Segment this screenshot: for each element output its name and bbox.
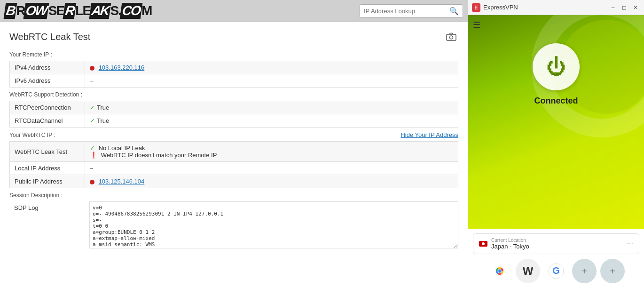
check-icon: ✓	[90, 117, 95, 124]
rtc-data-value: ✓True	[85, 114, 458, 128]
location-more-button[interactable]: ···	[627, 240, 633, 248]
vpn-titlebar: E ExpressVPN – ◻ ✕	[468, 0, 644, 15]
webrtc-support-table: RTCPeerConnection ✓True RTCDataChannel ✓…	[9, 101, 458, 128]
location-card[interactable]: Current Location Japan - Tokyo ···	[473, 233, 639, 254]
table-row: IPv4 Address 103.163.220.116	[10, 61, 458, 74]
svg-point-9	[498, 270, 501, 272]
search-bar[interactable]: 🔍	[360, 4, 463, 18]
vpn-bottom: Current Location Japan - Tokyo ···	[468, 229, 644, 288]
browser-toolbar: BRowseRLeaks.com 🔍	[0, 0, 468, 22]
ipv4-link[interactable]: 103.163.220.116	[99, 64, 145, 71]
red-dot-icon	[90, 180, 94, 184]
ipv6-value: –	[85, 74, 458, 88]
session-desc-label: Session Description :	[9, 192, 458, 199]
japan-flag-icon	[479, 241, 487, 247]
public-ip-label: Public IP Address	[10, 175, 85, 188]
check-icon: ✓	[90, 104, 95, 111]
public-ip-link[interactable]: 103.125.146.104	[99, 178, 145, 185]
vpn-panel: E ExpressVPN – ◻ ✕ ☰ ⏻ Connected Current…	[468, 0, 644, 288]
table-row: IPv6 Address –	[10, 74, 458, 88]
webrtc-leak-table: WebRTC Leak Test ✓ No Local IP Leak ❗ We…	[9, 141, 458, 188]
page-title-row: WebRTC Leak Test	[9, 30, 458, 44]
svg-text:G: G	[552, 265, 560, 276]
remote-ip-table: IPv4 Address 103.163.220.116 IPv6 Addres…	[9, 61, 458, 88]
sdp-log-label: SDP Log	[9, 201, 85, 214]
page-title: WebRTC Leak Test	[9, 32, 90, 42]
svg-rect-0	[447, 34, 456, 40]
rtc-data-label: RTCDataChannel	[10, 114, 85, 128]
hide-ip-link[interactable]: Hide Your IP Address	[401, 131, 458, 138]
webrtc-ip-label: Your WebRTC IP :	[9, 132, 55, 138]
browser-logo: BRowseRLeaks.com	[5, 3, 151, 19]
webrtc-support-label: WebRTC Support Detection :	[9, 91, 458, 98]
remote-ip-label: Your Remote IP :	[9, 51, 458, 58]
site-logo: BRowseRLeaks.com	[5, 3, 151, 19]
warning-icon: ❗	[90, 152, 97, 159]
table-row: Public IP Address 103.125.146.104	[10, 175, 458, 188]
local-ip-label: Local IP Address	[10, 162, 85, 175]
add-shortcut-2[interactable]: +	[600, 259, 625, 283]
sdp-row: SDP Log v=0 o=- 4904867838256293091 2 IN…	[9, 201, 458, 248]
sdp-textarea[interactable]: v=0 o=- 4904867838256293091 2 IN IP4 127…	[89, 201, 458, 248]
camera-icon[interactable]	[444, 30, 458, 44]
search-input[interactable]	[364, 8, 449, 15]
power-button[interactable]: ⏻	[533, 43, 580, 90]
ipv6-label: IPv6 Address	[10, 74, 85, 88]
google-shortcut[interactable]: G	[544, 259, 568, 283]
red-dot-icon	[90, 66, 94, 71]
chrome-shortcut[interactable]	[487, 259, 512, 283]
location-info: Current Location Japan - Tokyo	[491, 238, 627, 250]
mismatch-warning: ❗ WebRTC IP doesn't match your Remote IP	[90, 152, 453, 159]
add-shortcut-1[interactable]: +	[572, 259, 597, 283]
close-button[interactable]: ✕	[631, 3, 640, 12]
rtc-peer-label: RTCPeerConnection	[10, 101, 85, 114]
rtc-peer-value: ✓True	[85, 101, 458, 114]
webrtc-ip-row: Your WebRTC IP : Hide Your IP Address	[9, 131, 458, 138]
table-row: WebRTC Leak Test ✓ No Local IP Leak ❗ We…	[10, 142, 458, 162]
svg-text:E: E	[474, 5, 478, 10]
titlebar-controls: – ◻ ✕	[608, 3, 640, 12]
vpn-body: ☰ ⏻ Connected	[468, 15, 644, 229]
search-icon[interactable]: 🔍	[449, 7, 459, 16]
local-ip-value: –	[85, 162, 458, 175]
power-icon: ⏻	[546, 56, 566, 78]
table-row: RTCDataChannel ✓True	[10, 114, 458, 128]
check-icon: ✓	[90, 144, 95, 152]
vpn-title-left: E ExpressVPN	[472, 3, 518, 12]
leak-test-values: ✓ No Local IP Leak ❗ WebRTC IP doesn't m…	[85, 142, 458, 162]
browser-panel: BRowseRLeaks.com 🔍 WebRTC Leak Test Your…	[0, 0, 468, 288]
shortcuts-row: W G + +	[473, 259, 639, 283]
location-label: Current Location	[491, 238, 627, 243]
main-content: WebRTC Leak Test Your Remote IP : IPv4 A…	[0, 22, 468, 288]
minimize-button[interactable]: –	[608, 3, 618, 12]
public-ip-value: 103.125.146.104	[85, 175, 458, 188]
location-name: Japan - Tokyo	[491, 243, 627, 250]
table-row: Local IP Address –	[10, 162, 458, 175]
expressvpn-logo-icon: E	[472, 3, 480, 12]
wikipedia-shortcut[interactable]: W	[516, 259, 540, 283]
table-row: RTCPeerConnection ✓True	[10, 101, 458, 114]
no-local-leak: ✓ No Local IP Leak	[90, 144, 453, 152]
ipv4-label: IPv4 Address	[10, 61, 85, 74]
svg-point-1	[450, 36, 453, 39]
power-btn-container: ⏻ Connected	[468, 15, 644, 106]
vpn-title-text: ExpressVPN	[483, 4, 518, 11]
leak-test-label: WebRTC Leak Test	[10, 142, 85, 162]
ipv4-value: 103.163.220.116	[85, 61, 458, 74]
connected-status: Connected	[534, 96, 578, 106]
restore-button[interactable]: ◻	[620, 3, 629, 12]
